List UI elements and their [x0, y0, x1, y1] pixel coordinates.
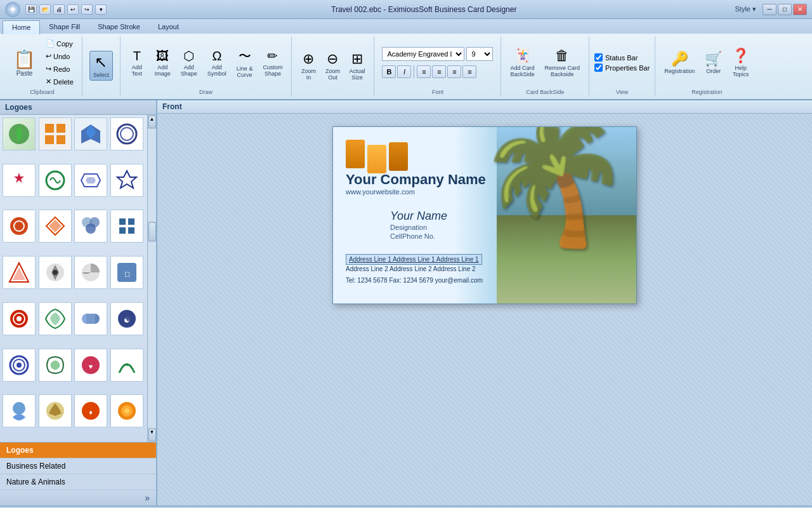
list-item[interactable]	[110, 117, 143, 150]
redo-button[interactable]: ↪ Redo	[43, 63, 77, 75]
justify-button[interactable]: ≡	[462, 65, 476, 78]
minimize-button[interactable]: ─	[763, 4, 776, 15]
quick-print[interactable]: 🖨	[53, 4, 65, 15]
add-card-backside-button[interactable]: 🃏 Add CardBackSide	[506, 45, 538, 80]
bold-button[interactable]: B	[382, 65, 396, 78]
zoom-out-button[interactable]: ⊖ ZoomOut	[321, 48, 344, 83]
line-curve-button[interactable]: 〜 Line &Curve	[233, 45, 257, 81]
select-button[interactable]: ↖ Select	[89, 51, 113, 81]
list-item[interactable]	[39, 164, 72, 197]
help-button[interactable]: ❓ HelpTopics	[728, 45, 753, 80]
redo-label: Redo	[53, 65, 70, 73]
registration-label: Registration	[664, 68, 695, 74]
card-contact: Tel: 1234 5678 Fax: 1234 5679 your@email…	[346, 277, 483, 284]
svg-point-24	[16, 316, 22, 321]
list-item[interactable]	[3, 256, 36, 289]
quick-undo2[interactable]: ↩	[67, 4, 79, 15]
registration-button[interactable]: 🔑 Registration	[660, 48, 698, 77]
sidebar-item-nature[interactable]: Nature & Animals	[0, 474, 156, 490]
list-item[interactable]	[3, 302, 36, 335]
canvas-scroll-area[interactable]: 🌴 Your Company Name www.yourwebsite.com …	[157, 114, 812, 505]
add-symbol-button[interactable]: Ω AddSymbol	[204, 46, 230, 79]
maximize-button[interactable]: □	[778, 4, 792, 15]
font-size-select[interactable]: 9	[466, 47, 493, 61]
zoom-in-button[interactable]: ⊕ ZoomIn	[297, 48, 320, 83]
list-item[interactable]	[39, 256, 72, 289]
order-icon: 🛒	[705, 51, 722, 67]
tab-layout[interactable]: Layout	[149, 20, 188, 34]
list-item[interactable]	[3, 117, 36, 150]
card-address1[interactable]: Address Line 1 Address Line 1 Address Li…	[346, 254, 482, 265]
clipboard-label: Clipboard	[30, 89, 55, 95]
logos-grid: ◻ ☯	[0, 115, 147, 442]
remove-card-backside-button[interactable]: 🗑 Remove CardBackside	[540, 45, 584, 80]
add-card-label: Add CardBackSide	[510, 65, 534, 77]
list-item[interactable]: ♥	[74, 349, 107, 382]
list-item[interactable]	[39, 394, 72, 427]
font-name-select[interactable]: Academy Engraved L...	[382, 47, 464, 61]
align-right-button[interactable]: ≡	[447, 65, 461, 78]
tab-home[interactable]: Home	[3, 20, 40, 34]
list-item[interactable]	[39, 117, 72, 150]
list-item[interactable]	[74, 117, 107, 150]
list-item[interactable]	[74, 256, 107, 289]
card-address2: Address Line 2 Address Line 2 Address Li…	[346, 265, 476, 272]
list-item[interactable]	[39, 302, 72, 335]
list-item[interactable]	[74, 210, 107, 243]
expand-icon[interactable]: »	[141, 491, 154, 504]
list-item[interactable]	[110, 349, 143, 382]
undo-button[interactable]: ↩ Undo	[43, 50, 77, 62]
delete-button[interactable]: ✕ Delete	[43, 76, 77, 88]
list-item[interactable]	[3, 210, 36, 243]
quick-more[interactable]: ▾	[95, 4, 107, 15]
paste-button[interactable]: 📋 Paste	[8, 47, 41, 79]
remove-card-label: Remove CardBackside	[544, 65, 580, 77]
list-item[interactable]	[39, 210, 72, 243]
list-item[interactable]	[39, 349, 72, 382]
palm-icon: 🌴	[475, 127, 633, 229]
list-item[interactable]	[74, 164, 107, 197]
list-item[interactable]: ☯	[110, 302, 143, 335]
copy-button[interactable]: 📄 Copy	[43, 37, 77, 50]
list-item[interactable]: ◻	[110, 256, 143, 289]
list-item[interactable]	[74, 302, 107, 335]
tab-shape-stroke[interactable]: Shape Stroke	[89, 20, 149, 34]
list-item[interactable]	[3, 349, 36, 382]
align-left-button[interactable]: ≡	[417, 65, 431, 78]
close-button[interactable]: ✕	[793, 4, 807, 15]
order-button[interactable]: 🛒 Order	[701, 48, 726, 77]
add-image-button[interactable]: 🖼 AddImage	[151, 46, 174, 79]
delete-label: Delete	[53, 78, 74, 86]
svg-rect-13	[119, 227, 126, 234]
copy-icon: 📄	[46, 39, 55, 48]
quick-save[interactable]: 💾	[25, 4, 37, 15]
add-card-icon: 🃏	[514, 48, 531, 64]
logo-box-3	[389, 142, 408, 171]
list-item[interactable]	[110, 164, 143, 197]
list-item[interactable]	[3, 394, 36, 427]
list-item[interactable]: ♦	[74, 394, 107, 427]
status-bar-checkbox[interactable]	[594, 53, 603, 62]
style-label[interactable]: Style ▾	[735, 5, 756, 13]
svg-rect-1	[45, 124, 54, 133]
properties-bar-checkbox[interactable]	[594, 64, 603, 72]
add-text-button[interactable]: T AddText	[126, 46, 148, 79]
sidebar-item-logoes[interactable]: Logoes	[0, 443, 156, 458]
italic-button[interactable]: I	[397, 65, 411, 78]
title-bar: ✦ 💾 📂 🖨 ↩ ↪ ▾ Travel 002.ebc - EximiousS…	[0, 0, 812, 19]
card-person-name: Your Name	[390, 210, 447, 223]
sidebar-item-business[interactable]: Business Related	[0, 458, 156, 474]
custom-shape-button[interactable]: ✏ CustomShape	[259, 46, 286, 79]
align-center-button[interactable]: ≡	[432, 65, 446, 78]
ribbon-tab-bar: Home Shape Fill Shape Stroke Layout	[0, 19, 812, 34]
list-item[interactable]	[110, 210, 143, 243]
quick-open[interactable]: 📂	[39, 4, 51, 15]
quick-redo2[interactable]: ↪	[81, 4, 93, 15]
ribbon: Home Shape Fill Shape Stroke Layout 📋 Pa…	[0, 19, 812, 100]
list-item[interactable]	[110, 394, 143, 427]
list-item[interactable]	[3, 164, 36, 197]
sidebar-scrollbar[interactable]: ▲ ▼	[147, 115, 156, 442]
add-shape-button[interactable]: ⬡ AddShape	[177, 46, 201, 79]
actual-size-button[interactable]: ⊞ ActualSize	[345, 48, 369, 83]
tab-shape-fill[interactable]: Shape Fill	[40, 20, 89, 34]
